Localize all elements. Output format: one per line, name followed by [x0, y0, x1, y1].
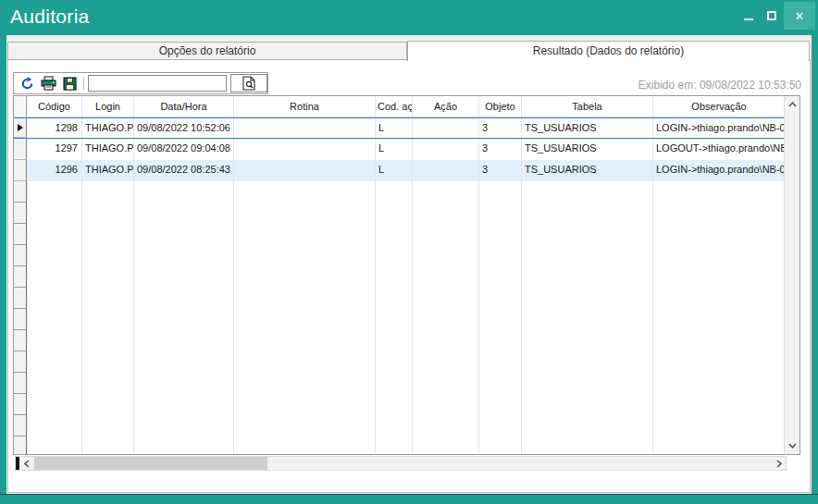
grid-cell-observacao[interactable]: LOGOUT->thiago.prando\NB	[653, 139, 786, 160]
column-header-observacao[interactable]: Observação	[653, 96, 786, 117]
grid-cell-acao[interactable]	[413, 139, 479, 160]
title-bar: Auditoria ✕	[0, 0, 818, 35]
column-grid-line	[412, 181, 413, 454]
horizontal-scrollbar[interactable]	[15, 456, 787, 471]
chevron-down-icon	[788, 443, 797, 449]
column-header-cod_acao[interactable]: Cod. ação	[376, 96, 413, 117]
scroll-up-button[interactable]	[785, 97, 799, 112]
column-grid-line	[375, 181, 376, 454]
grid-cell-codigo[interactable]: 1297	[27, 139, 82, 160]
column-header-rotina[interactable]: Rotina	[234, 96, 376, 117]
column-header-datahora[interactable]: Data/Hora	[134, 96, 234, 117]
column-grid-line	[521, 181, 522, 454]
scroll-right-button[interactable]	[772, 457, 786, 470]
horizontal-scroll-thumb[interactable]	[34, 457, 267, 470]
column-header-codigo[interactable]: Código	[27, 96, 82, 117]
grid-cell-rotina[interactable]	[234, 139, 376, 160]
maximize-icon	[767, 11, 776, 20]
grid-cell-objeto[interactable]: 3	[479, 118, 522, 138]
table-row[interactable]: 1296THIAGO.PRANDO09/08/2022 08:25:43L3TS…	[14, 160, 784, 181]
column-header-login[interactable]: Login	[82, 96, 134, 117]
refresh-icon	[20, 77, 34, 91]
close-icon: ✕	[795, 9, 805, 23]
grid-cell-rotina[interactable]	[234, 118, 376, 138]
grid-cell-cod_acao[interactable]: L	[376, 139, 413, 160]
grid-cell-tabela[interactable]: TS_USUARIOS	[522, 139, 653, 160]
grid-cell-tabela[interactable]: TS_USUARIOS	[522, 118, 653, 138]
window-border-left	[0, 35, 6, 504]
column-grid-line	[81, 181, 82, 454]
tab-resultado-relatorio[interactable]: Resultado (Dados do relatório)	[407, 41, 810, 61]
column-header-acao[interactable]: Ação	[413, 96, 479, 117]
grid-cell-rotina[interactable]	[234, 160, 376, 181]
indicator-column	[14, 181, 27, 455]
grid-cell-datahora[interactable]: 09/08/2022 10:52:06	[134, 118, 234, 138]
grid-cell-codigo[interactable]: 1298	[27, 118, 82, 138]
scroll-down-button[interactable]	[785, 438, 799, 453]
row-indicator	[14, 351, 27, 373]
grid-cell-login[interactable]: THIAGO.PRANDO	[82, 139, 134, 160]
preview-button[interactable]	[230, 74, 267, 92]
search-input[interactable]	[88, 75, 227, 92]
table-row[interactable]: 1298THIAGO.PRANDO09/08/2022 10:52:06L3TS…	[14, 117, 784, 139]
grid-cell-acao[interactable]	[413, 118, 479, 138]
grid-rows: 1298THIAGO.PRANDO09/08/2022 10:52:06L3TS…	[14, 117, 784, 181]
scroll-left-button[interactable]	[19, 457, 33, 470]
row-indicator	[14, 288, 27, 309]
row-indicator	[14, 266, 27, 288]
tab-opcoes-relatorio[interactable]: Opções do relatório	[7, 42, 407, 60]
grid-cell-cod_acao[interactable]: L	[376, 118, 413, 138]
grid-cell-observacao[interactable]: LOGIN->thiago.prando\NB-0	[653, 160, 786, 181]
print-button[interactable]	[40, 76, 56, 92]
column-header-tabela[interactable]: Tabela	[522, 96, 653, 117]
minimize-button[interactable]	[737, 2, 760, 30]
grid-empty-area	[14, 181, 784, 454]
table-row[interactable]: 1297THIAGO.PRANDO09/08/2022 09:04:08L3TS…	[14, 139, 784, 160]
row-indicator-header	[14, 96, 27, 117]
column-grid-line	[133, 181, 134, 454]
grid-toolbar	[13, 72, 268, 94]
column-header-objeto[interactable]: Objeto	[479, 96, 522, 117]
audit-grid: CódigoLoginData/HoraRotinaCod. açãoAçãoO…	[13, 95, 800, 455]
window-border-right	[812, 35, 818, 504]
current-row-indicator	[14, 118, 27, 138]
grid-cell-acao[interactable]	[413, 160, 479, 181]
grid-cell-tabela[interactable]: TS_USUARIOS	[522, 160, 653, 181]
row-indicator	[14, 181, 27, 203]
toolbar-separator	[83, 77, 84, 91]
grid-cell-login[interactable]: THIAGO.PRANDO	[82, 118, 134, 138]
printer-icon	[41, 76, 56, 91]
maximize-button[interactable]	[760, 2, 784, 30]
chevron-up-icon	[788, 102, 797, 107]
vertical-scrollbar[interactable]	[784, 96, 799, 454]
window-border-bottom	[0, 494, 818, 504]
row-indicator	[14, 330, 27, 351]
refresh-button[interactable]	[19, 76, 35, 92]
displayed-at-label: Exibido em: 09/08/2022 10:53:50	[638, 79, 801, 92]
row-indicator	[14, 139, 27, 160]
grid-cell-cod_acao[interactable]: L	[376, 160, 413, 181]
row-indicator	[14, 373, 27, 394]
row-indicator	[14, 309, 27, 330]
row-indicator	[14, 203, 27, 224]
grid-cell-objeto[interactable]: 3	[479, 160, 522, 181]
row-indicator	[14, 245, 27, 266]
grid-cell-datahora[interactable]: 09/08/2022 08:25:43	[134, 160, 234, 181]
row-indicator	[14, 394, 27, 415]
grid-cell-objeto[interactable]: 3	[479, 139, 522, 160]
grid-cell-login[interactable]: THIAGO.PRANDO	[82, 160, 134, 181]
chevron-left-icon	[24, 460, 30, 468]
window-title: Auditoria	[10, 6, 90, 28]
close-button[interactable]: ✕	[784, 2, 815, 30]
minimize-icon	[744, 18, 753, 20]
grid-cell-observacao[interactable]: LOGIN->thiago.prando\NB-0	[653, 118, 786, 138]
grid-cell-codigo[interactable]: 1296	[27, 160, 82, 181]
column-grid-line	[652, 181, 653, 454]
current-row-arrow-icon	[18, 124, 23, 131]
row-indicator	[14, 436, 27, 455]
row-indicator	[14, 224, 27, 245]
grid-cell-datahora[interactable]: 09/08/2022 09:04:08	[134, 139, 234, 160]
grid-header-row: CódigoLoginData/HoraRotinaCod. açãoAçãoO…	[14, 96, 784, 117]
report-preview-icon	[242, 76, 255, 91]
save-button[interactable]	[61, 76, 78, 92]
